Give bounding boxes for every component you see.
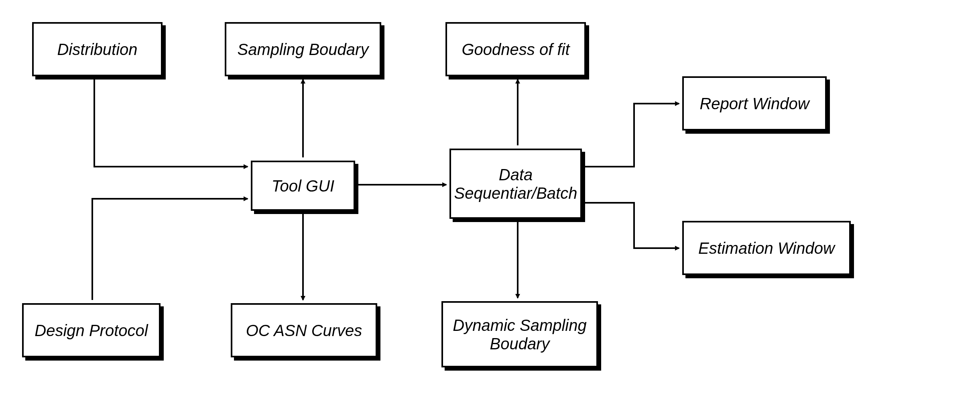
node-label: Sampling Boudary (238, 40, 369, 59)
node-tool-gui: Tool GUI (251, 161, 355, 211)
node-report-window: Report Window (682, 76, 827, 130)
node-sampling-boundary: Sampling Boudary (225, 22, 381, 76)
arrow-data_seq_batch-to-estimation_window (585, 203, 679, 248)
arrow-design_protocol-to-tool_gui (92, 199, 248, 300)
node-goodness-of-fit: Goodness of fit (445, 22, 586, 76)
diagram-canvas: Distribution Design Protocol Sampling Bo… (0, 0, 980, 418)
node-label: Distribution (57, 40, 137, 59)
node-oc-asn-curves: OC ASN Curves (231, 303, 377, 357)
node-dynamic-sampling: Dynamic Sampling Boudary (441, 301, 598, 367)
node-label: Estimation Window (698, 239, 835, 257)
node-label: Tool GUI (272, 177, 334, 195)
node-label: Design Protocol (35, 321, 148, 340)
node-data-seq-batch: Data Sequentiar/Batch (449, 149, 582, 219)
node-estimation-window: Estimation Window (682, 221, 851, 275)
node-distribution: Distribution (32, 22, 163, 76)
node-label: Goodness of fit (462, 40, 569, 59)
node-label: Report Window (699, 94, 809, 113)
node-label: Data Sequentiar/Batch (454, 165, 577, 202)
arrow-data_seq_batch-to-report_window (585, 104, 679, 167)
node-label: OC ASN Curves (246, 321, 362, 340)
node-design-protocol: Design Protocol (22, 303, 161, 357)
arrow-distribution-to-tool_gui (94, 80, 248, 167)
node-label: Dynamic Sampling Boudary (447, 316, 592, 353)
